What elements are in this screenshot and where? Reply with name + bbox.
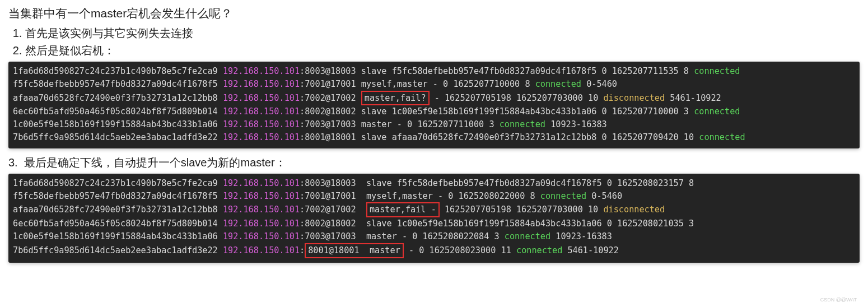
slots: 5461-10922 [665, 93, 721, 103]
status-connected: connected [505, 231, 550, 241]
node-id: 1fa6d68d590827c24c237b1c490b78e5c7fe2ca9 [13, 66, 218, 76]
port: :7002@17002 [300, 93, 361, 103]
node-rest: slave afaaa70d6528fc72490e0f3f7b32731a12… [356, 132, 699, 142]
node-rest: master - 0 1625207711000 3 [356, 119, 500, 129]
slots: 0-5460 [581, 79, 617, 89]
ip-addr: 192.168.150.101 [223, 106, 300, 117]
status-connected: connected [699, 132, 745, 142]
node-id: 6ec60fb5afd950a465f05c8024bf8f75d809b014 [13, 106, 218, 117]
status-disconnected: disconnected [603, 204, 665, 215]
status-connected: connected [694, 66, 740, 76]
slots: 10923-16383 [550, 231, 612, 241]
port: :8001@18001 [300, 132, 356, 142]
slots: 5461-10922 [562, 245, 619, 255]
status-connected: connected [500, 119, 545, 129]
node-id: 1fa6d68d590827c24c237b1c490b78e5c7fe2ca9 [13, 178, 218, 188]
node-rest: myself,master - 0 1625208022000 8 [356, 191, 540, 201]
node-rest: myself,master - 0 1625207710000 8 [356, 79, 535, 89]
highlight-box: master,fail - [366, 202, 440, 217]
step-3: 3. 最后是确定下线，自动提升一个slave为新的master： [8, 155, 860, 170]
slots: 0-5460 [586, 191, 622, 201]
step-list: 首先是该实例与其它实例失去连接 然后是疑似宕机： [8, 26, 860, 58]
status-connected: connected [694, 106, 740, 117]
node-rest: slave 1c00e5f9e158b169f199f15884ab43bc43… [356, 218, 694, 229]
node-id: 7b6d5ffc9a985d614dc5aeb2ee3abac1adfd3e22 [13, 132, 218, 142]
node-id: afaaa70d6528fc72490e0f3f7b32731a12c12bb8 [13, 204, 218, 215]
step-2: 然后是疑似宕机： [25, 43, 860, 58]
port: :8002@18002 [300, 218, 356, 229]
ip-addr: 192.168.150.101 [223, 245, 300, 255]
ip-addr: 192.168.150.101 [223, 93, 300, 103]
node-id: 6ec60fb5afd950a465f05c8024bf8f75d809b014 [13, 218, 218, 229]
node-id: f5fc58defbebb957e47fb0d8327a09dc4f1678f5 [13, 79, 218, 89]
ip-addr: 192.168.150.101 [223, 204, 300, 215]
port: :8002@18002 [300, 106, 356, 117]
ip-addr: 192.168.150.101 [223, 218, 300, 229]
ip-addr: 192.168.150.101 [223, 132, 300, 142]
step-3-text: 最后是确定下线，自动提升一个slave为新的master： [24, 156, 286, 169]
node-id: 1c00e5f9e158b169f199f15884ab43bc433b1a06 [13, 119, 218, 129]
slots: 10923-16383 [545, 119, 607, 129]
heading: 当集群中有一个master宕机会发生什么呢？ [8, 6, 860, 21]
status-connected: connected [535, 79, 581, 89]
node-rest: master - 0 1625208022084 3 [356, 231, 505, 241]
terminal-block-2: 1fa6d68d590827c24c237b1c490b78e5c7fe2ca9… [8, 174, 860, 263]
port: :7002@17002 [300, 204, 366, 215]
ip-addr: 192.168.150.101 [223, 79, 300, 89]
port: :8003@18003 [300, 178, 356, 188]
status-connected: connected [540, 191, 586, 201]
ip-addr: 192.168.150.101 [223, 231, 300, 241]
node-rest: - 0 1625208023000 11 [404, 245, 516, 255]
highlight-box: master,fail? [361, 91, 430, 106]
node-rest: slave f5fc58defbebb957e47fb0d8327a09dc4f… [356, 178, 694, 188]
node-id: 7b6d5ffc9a985d614dc5aeb2ee3abac1adfd3e22 [13, 245, 218, 255]
highlight-box: 8001@18001 master [305, 243, 404, 258]
status-disconnected: disconnected [603, 93, 665, 103]
node-id: afaaa70d6528fc72490e0f3f7b32731a12c12bb8 [13, 93, 218, 103]
port: : [300, 245, 305, 255]
step-1: 首先是该实例与其它实例失去连接 [25, 26, 860, 41]
node-rest: slave f5fc58defbebb957e47fb0d8327a09dc4f… [356, 66, 694, 76]
ip-addr: 192.168.150.101 [223, 191, 300, 201]
port: :8003@18003 [300, 66, 356, 76]
terminal-block-1: 1fa6d68d590827c24c237b1c490b78e5c7fe2ca9… [8, 62, 860, 148]
port: :7003@17003 [300, 231, 356, 241]
ip-addr: 192.168.150.101 [223, 119, 300, 129]
node-rest: slave 1c00e5f9e158b169f199f15884ab43bc43… [356, 106, 694, 117]
port: :7003@17003 [300, 119, 356, 129]
node-rest: 1625207705198 1625207703000 10 [440, 204, 604, 215]
ip-addr: 192.168.150.101 [223, 66, 300, 76]
node-id: 1c00e5f9e158b169f199f15884ab43bc433b1a06 [13, 231, 218, 241]
status-connected: connected [516, 245, 562, 255]
port: :7001@17001 [300, 191, 356, 201]
node-id: f5fc58defbebb957e47fb0d8327a09dc4f1678f5 [13, 191, 218, 201]
ip-addr: 192.168.150.101 [223, 178, 300, 188]
node-rest: - 1625207705198 1625207703000 10 [430, 93, 604, 103]
port: :7001@17001 [300, 79, 356, 89]
